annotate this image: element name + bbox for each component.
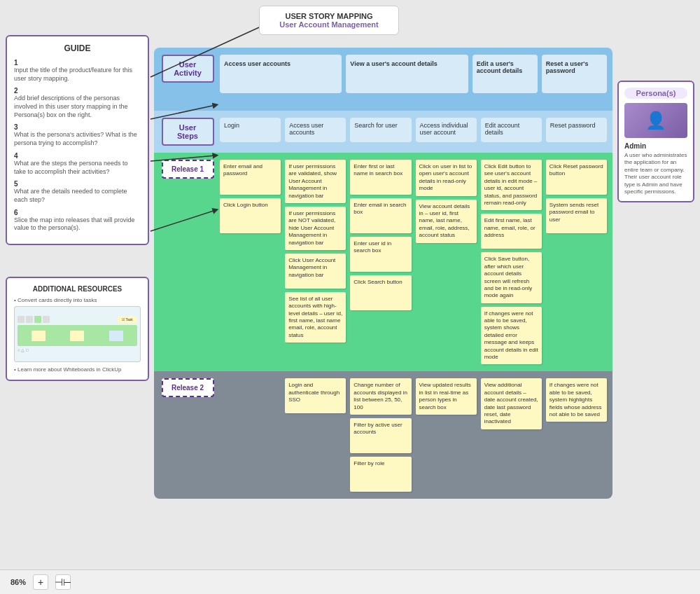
activity-card: View a user's account details — [346, 55, 468, 93]
release1-col: If user permissions are validated, show … — [285, 160, 346, 343]
persona-name: Admin — [624, 142, 687, 150]
persona-description: A user who administrates the application… — [624, 152, 687, 195]
release1-col: Enter first or last name in search boxEn… — [350, 160, 411, 310]
guide-item: 3What is the persona's activities? What … — [14, 123, 141, 147]
resources-learn-text: • Learn more about Whiteboards in ClickU… — [14, 366, 141, 373]
activity-cols: Access user accountsView a user's accoun… — [220, 55, 607, 93]
user-steps-section: User Steps LoginAccess user accountsSear… — [154, 111, 612, 153]
release2-cols: Login and authenticate through SSOChange… — [220, 378, 607, 492]
release2-col: View updated results in list in real-tim… — [416, 378, 477, 415]
step-card: Edit account details — [481, 118, 542, 142]
sticky-note: Enter email and password — [220, 160, 281, 195]
toolbar: 86% + ⊣⊢ — [0, 569, 700, 594]
header-title: USER STORY MAPPING — [274, 12, 384, 20]
steps-cols: LoginAccess user accountsSearch for user… — [220, 118, 607, 142]
release1-col: Click on user in list to open user's acc… — [416, 160, 477, 243]
activity-card: Edit a user's account details — [472, 55, 538, 93]
step-card: Login — [220, 118, 281, 142]
sticky-note: Click Save button, after which user acco… — [481, 252, 542, 303]
activity-card: Access user accounts — [220, 55, 342, 93]
resources-convert-text: • Convert cards directly into tasks — [14, 297, 141, 303]
guide-item: 5What are the details needed to complete… — [14, 180, 141, 204]
sticky-note: View additional account details – date a… — [481, 378, 542, 429]
sticky-note: View account details in – user id, first… — [416, 200, 477, 243]
release2-col: View additional account details – date a… — [481, 378, 542, 429]
sticky-note: Change number of accounts displayed in l… — [350, 378, 411, 415]
persona-panel: Persona(s) 👤 Admin A user who administra… — [617, 81, 694, 202]
sticky-note: Enter email in search box — [350, 198, 411, 233]
release2-label-cell: Release 2 — [160, 378, 216, 397]
release1-col: Enter email and passwordClick Login butt… — [220, 160, 281, 233]
release1-section: Release 1 Enter email and passwordClick … — [154, 153, 612, 371]
release1-cols: Enter email and passwordClick Login butt… — [220, 160, 607, 364]
sticky-note: Login and authenticate through SSO — [285, 378, 346, 413]
step-card: Reset password — [546, 118, 607, 142]
release2-col: If changes were not able to be saved, sy… — [546, 378, 607, 422]
sticky-note: See list of all user accounts with high-… — [285, 292, 346, 343]
sticky-note: Click Reset password button — [546, 160, 607, 195]
fit-button[interactable]: ⊣⊢ — [55, 574, 71, 590]
sticky-note: Click User Account Management in navigat… — [285, 254, 346, 289]
persona-image: 👤 — [624, 103, 687, 138]
sticky-note: Edit first name, last name, email, role,… — [481, 214, 542, 249]
step-card: Access user accounts — [285, 118, 346, 142]
release1-label: Release 1 — [162, 160, 214, 179]
user-steps-label: User Steps — [162, 118, 214, 146]
sticky-note: If changes were not able to be saved, sy… — [481, 307, 542, 365]
zoom-level: 86% — [10, 578, 26, 586]
zoom-in-button[interactable]: + — [33, 574, 48, 590]
user-steps-label-cell: User Steps — [160, 118, 216, 146]
user-activity-label-cell: User Activity — [160, 55, 216, 83]
sticky-note: Click Login button — [220, 198, 281, 233]
guide-item: 2Add brief descriptions of the personas … — [14, 87, 141, 119]
release2-col: Change number of accounts displayed in l… — [350, 378, 411, 492]
release2-col: Login and authenticate through SSO — [285, 378, 346, 413]
sticky-note: Filter by active user accounts — [350, 418, 411, 453]
user-activity-label: User Activity — [162, 55, 214, 83]
header-box: USER STORY MAPPING User Account Manageme… — [259, 6, 399, 35]
guide-item: 4What are the steps the persona needs to… — [14, 152, 141, 176]
resources-title: ADDITIONAL RESOURCES — [14, 285, 141, 293]
release2-section: Release 2 Login and authenticate through… — [154, 371, 612, 499]
header-subtitle: User Account Management — [274, 20, 384, 29]
sticky-note: Filter by role — [350, 457, 411, 492]
guide-item: 6Slice the map into releases that will p… — [14, 209, 141, 233]
guide-item: 1Input the title of the product/feature … — [14, 59, 141, 83]
guide-panel: GUIDE 1Input the title of the product/fe… — [6, 35, 149, 245]
release1-col: Click Edit button to see user's account … — [481, 160, 542, 364]
sticky-note: Click on user in list to open user's acc… — [416, 160, 477, 196]
persona-title: Persona(s) — [624, 88, 687, 99]
sticky-note: View updated results in list in real-tim… — [416, 378, 477, 415]
sticky-note: If changes were not able to be saved, sy… — [546, 378, 607, 422]
release2-label: Release 2 — [162, 378, 214, 397]
guide-title: GUIDE — [14, 43, 141, 53]
sticky-note: If user permissions are validated, show … — [285, 160, 346, 203]
resources-image: ☑ Task ○ △ □ — [14, 306, 141, 362]
step-card: Access individual user account — [416, 118, 477, 142]
user-activity-section: User Activity Access user accountsView a… — [154, 48, 612, 111]
resources-panel: ADDITIONAL RESOURCES • Convert cards dir… — [6, 277, 149, 381]
main-canvas: User Activity Access user accountsView a… — [154, 48, 612, 566]
sticky-note: Click Search button — [350, 275, 411, 310]
sticky-note: Enter first or last name in search box — [350, 160, 411, 195]
sticky-note: Enter user id in search box — [350, 237, 411, 272]
release1-col: Click Reset password buttonSystem sends … — [546, 160, 607, 233]
step-card: Search for user — [350, 118, 411, 142]
release1-label-cell: Release 1 — [160, 160, 216, 179]
sticky-note: If user permissions are NOT validated, h… — [285, 207, 346, 250]
sticky-note: Click Edit button to see user's account … — [481, 160, 542, 210]
sticky-note: System sends reset password email to use… — [546, 198, 607, 233]
activity-card: Reset a user's password — [542, 55, 607, 93]
